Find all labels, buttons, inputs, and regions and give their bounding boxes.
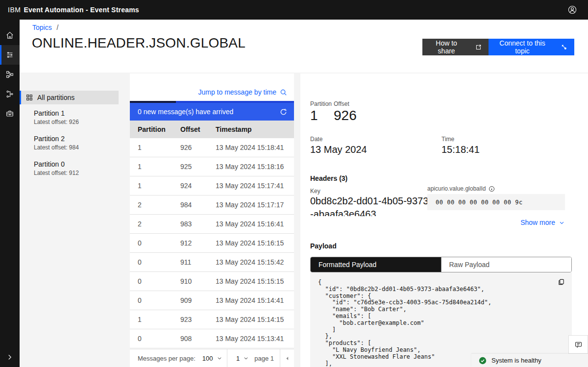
table-row[interactable]: 192513 May 2024 15:18:16 [130,157,294,176]
all-partitions-label: All partitions [37,94,74,101]
partition-item-0[interactable]: Partition 0 Latest offset: 912 [20,155,119,181]
partition-item-1[interactable]: Partition 1 Latest offset: 926 [20,104,119,130]
breadcrumb-separator: / [57,24,59,31]
per-page-value: 100 [202,355,213,362]
nav-expand-button[interactable] [0,347,20,367]
refresh-button[interactable] [280,108,287,116]
cell-partition: 0 [138,335,180,343]
date-value: 13 May 2024 [310,144,367,155]
pagination-bar: Messages per page: 100 1 page 1 [130,349,294,367]
partition-latest-offset: Latest offset: 984 [34,144,119,151]
key-label: Key [310,188,320,195]
table-row[interactable]: 091213 May 2024 15:16:15 [130,234,294,253]
how-to-share-button[interactable]: How to share [422,39,489,55]
refresh-icon [280,108,287,116]
table-row[interactable]: 298313 May 2024 15:16:41 [130,215,294,234]
cell-timestamp: 13 May 2024 15:18:16 [216,163,294,171]
nav-topics[interactable] [0,45,20,65]
cell-offset: 912 [180,239,216,247]
table-row[interactable]: 090913 May 2024 15:14:41 [130,291,294,310]
feedback-chat-button[interactable] [568,335,588,354]
topic-actions: How to share Connect to this topic [422,39,574,55]
chevron-right-icon [7,354,13,360]
table-row[interactable]: 298413 May 2024 15:17:17 [130,196,294,215]
partition-latest-offset: Latest offset: 912 [34,170,119,176]
offset-label: Offset [334,100,349,107]
table-row[interactable]: 192313 May 2024 15:14:15 [130,310,294,329]
copy-button[interactable] [558,278,565,286]
chevron-down-icon [217,356,222,361]
jump-to-message-link[interactable]: Jump to message by time [198,88,287,96]
info-icon[interactable] [489,186,495,192]
copy-icon [558,278,565,286]
connect-icon [561,44,567,51]
page-head: Topics / ONLINE.HEADER.JSON.GLOBAL How t… [20,20,588,73]
cell-offset: 983 [180,220,216,228]
cell-offset: 984 [180,201,216,209]
nav-home[interactable] [0,25,20,45]
cell-partition: 2 [138,201,180,209]
home-icon [5,31,14,40]
partition-name: Partition 2 [34,135,119,143]
column-offset: Offset [180,125,216,133]
page-select-value: 1 [236,355,240,362]
all-partitions-item[interactable]: All partitions [20,91,119,104]
app-header: IBMEvent Automation - Event Streams [0,0,588,20]
cell-timestamp: 13 May 2024 15:16:15 [216,239,294,247]
table-row[interactable]: 192413 May 2024 15:17:41 [130,176,294,196]
partition-label: Partition [310,100,332,107]
cell-partition: 2 [138,220,180,228]
cell-timestamp: 13 May 2024 15:14:41 [216,296,294,304]
breadcrumb: Topics / [32,24,58,31]
cell-offset: 911 [180,258,216,266]
messages-table-header: Partition Offset Timestamp [130,121,294,138]
show-more-label: Show more [520,219,555,226]
page-select[interactable]: 1 [236,355,248,362]
per-page-select[interactable]: 100 [202,355,222,362]
cell-timestamp: 13 May 2024 15:14:15 [216,316,294,323]
system-health-text: System is healthy [491,357,541,364]
cell-timestamp: 13 May 2024 15:15:42 [216,258,294,266]
table-row[interactable]: 090813 May 2024 15:13:41 [130,329,294,348]
cell-timestamp: 13 May 2024 15:17:17 [216,201,294,209]
partition-latest-offset: Latest offset: 926 [34,119,119,125]
tab-formatted-payload[interactable]: Formatted Payload [311,257,441,272]
table-row[interactable]: 091013 May 2024 15:15:15 [130,272,294,291]
partition-item-2[interactable]: Partition 2 Latest offset: 984 [20,130,119,155]
cell-offset: 909 [180,296,216,304]
payload-title: Payload [310,242,337,250]
content-area: All partitions Partition 1 Latest offset… [20,73,588,367]
cell-partition: 1 [138,182,180,190]
cell-offset: 910 [180,277,216,285]
cell-partition: 0 [138,277,180,285]
cell-offset: 924 [180,182,216,190]
event-streams-app: IBMEvent Automation - Event Streams [0,0,588,367]
cell-partition: 1 [138,144,180,151]
tab-raw-payload[interactable]: Raw Payload [441,257,572,272]
nav-schema-registry[interactable] [0,65,20,84]
search-icon [280,89,287,96]
cell-offset: 926 [180,144,216,151]
key-value: 0bd8c2b2-dd01-4b05-9373-abaafa3e6463 [310,195,430,216]
breadcrumb-topics-link[interactable]: Topics [32,24,52,31]
system-health-status: System is healthy [471,354,588,367]
page-indicator: page 1 [254,355,274,362]
offset-value: 926 [334,108,357,123]
previous-page-button[interactable] [280,349,294,367]
messages-table-body: 192613 May 2024 15:18:41 192513 May 2024… [130,138,294,349]
jump-row: Jump to message by time [130,73,294,101]
nav-toolbox[interactable] [0,104,20,123]
brand: IBMEvent Automation - Event Streams [8,6,139,14]
show-more-link[interactable]: Show more [520,219,564,226]
schema-icon [5,70,14,79]
table-row[interactable]: 091113 May 2024 15:15:42 [130,253,294,272]
table-row[interactable]: 192613 May 2024 15:18:41 [130,138,294,157]
left-nav [0,20,20,367]
user-avatar-button[interactable] [564,2,580,18]
jump-to-message-label: Jump to message by time [198,88,276,96]
nav-flows[interactable] [0,84,20,104]
connect-to-topic-button[interactable]: Connect to this topic [489,39,574,55]
healthy-check-icon [479,357,487,365]
cell-timestamp: 13 May 2024 15:17:41 [216,182,294,190]
partition-name: Partition 0 [34,160,119,168]
